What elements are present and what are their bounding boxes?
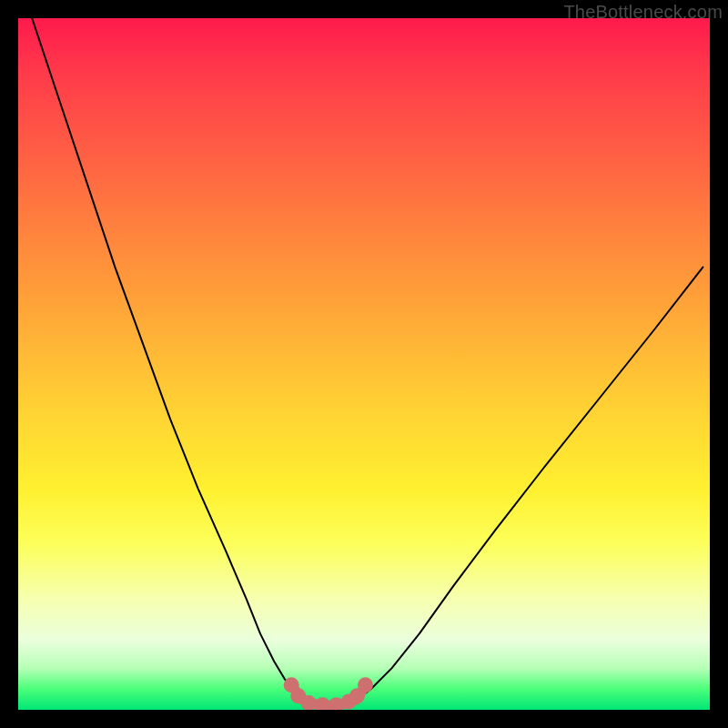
watermark-label: TheBottleneck.com [563,2,723,23]
chart-frame: TheBottleneck.com [0,0,728,728]
plot-area [18,18,710,710]
curve-group [32,18,703,710]
chart-svg [18,18,710,710]
valley-dots [284,677,373,710]
valley-dot [315,697,330,710]
bottleneck-curve [32,18,703,705]
valley-dot [358,677,373,693]
